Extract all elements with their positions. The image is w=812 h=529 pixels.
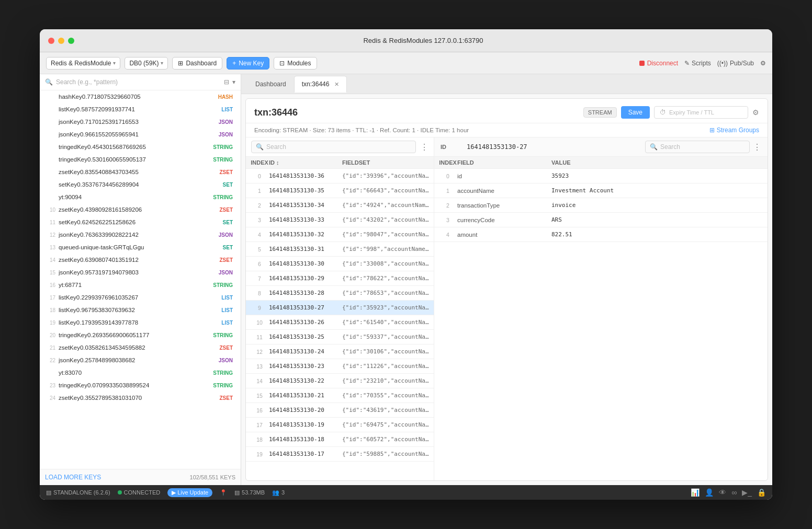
save-button[interactable]: Save bbox=[621, 106, 650, 119]
chart-icon[interactable]: 📊 bbox=[691, 488, 700, 497]
key-type-badge: SET bbox=[220, 181, 235, 188]
load-more-keys-button[interactable]: LOAD MORE KEYS bbox=[45, 474, 101, 481]
user-icon[interactable]: 👤 bbox=[705, 488, 714, 497]
table-row[interactable]: 111641481353130-25{"id":"59337","account… bbox=[246, 330, 434, 344]
list-item[interactable]: 18listKey0.9679538307639632LIST bbox=[40, 304, 241, 316]
key-name: zsetKey0.43980928161589206 bbox=[59, 206, 213, 213]
list-item[interactable]: 16yt:68771STRING bbox=[40, 279, 241, 291]
table-row[interactable]: 141641481353130-22{"id":"23210","account… bbox=[246, 374, 434, 388]
new-key-button[interactable]: + New Key bbox=[227, 57, 269, 70]
list-item[interactable]: 21zsetKey0.035826134534595882ZSET bbox=[40, 341, 241, 354]
table-row[interactable]: 191641481353130-17{"id":"59885","account… bbox=[246, 447, 434, 462]
table-row[interactable]: 01641481353130-36{"id":"39396","accountN… bbox=[246, 169, 434, 183]
table-row[interactable]: 81641481353130-28{"id":"78653","accountN… bbox=[246, 286, 434, 301]
table-row[interactable]: 161641481353130-20{"id":"43619","account… bbox=[246, 403, 434, 418]
tab-dashboard[interactable]: Dashboard bbox=[247, 76, 294, 93]
more-options-icon[interactable]: ⋮ bbox=[753, 142, 761, 152]
table-row[interactable]: 41641481353130-32{"id":"98047","accountN… bbox=[246, 227, 434, 242]
list-item[interactable]: 13queued-unique-task:GRTqLGguSET bbox=[40, 241, 241, 254]
filter-icons[interactable]: ⊟ ▾ bbox=[224, 78, 235, 86]
right-search-input[interactable] bbox=[660, 143, 745, 151]
table-row[interactable]: 101641481353130-26{"id":"61540","account… bbox=[246, 315, 434, 330]
table-row[interactable]: 151641481353130-21{"id":"70355","account… bbox=[246, 388, 434, 403]
cell-index: 6 bbox=[250, 261, 269, 267]
list-item[interactable]: 22jsonKey0.257848998038682JSON bbox=[40, 354, 241, 366]
list-item[interactable]: tringedKey0.4543015687669265STRING bbox=[40, 141, 241, 153]
table-row[interactable]: 51641481353130-31{"id":"998","accountNam… bbox=[246, 242, 434, 257]
id-column-label: ID bbox=[441, 144, 467, 150]
scripts-button[interactable]: ✎ Scripts bbox=[684, 60, 711, 67]
table-row[interactable]: 1accountNameInvestment Account bbox=[434, 183, 768, 198]
key-type-badge: JSON bbox=[216, 269, 235, 276]
list-item[interactable]: 20tringedKey0.26935669006051177STRING bbox=[40, 329, 241, 341]
key-type-badge: JSON bbox=[216, 357, 235, 364]
list-item[interactable]: jsonKey0.9661552055965941JSON bbox=[40, 128, 241, 141]
list-item[interactable]: 10zsetKey0.43980928161589206ZSET bbox=[40, 203, 241, 216]
db-number-selector[interactable]: DB0 (59K) ▾ bbox=[125, 57, 168, 70]
link-icon[interactable]: ∞ bbox=[731, 488, 737, 497]
lock-icon[interactable]: 🔒 bbox=[757, 488, 766, 497]
list-item[interactable]: 12jsonKey0.7636339902822142JSON bbox=[40, 228, 241, 241]
table-row[interactable]: 61641481353130-30{"id":"33008","accountN… bbox=[246, 257, 434, 271]
disconnect-button[interactable]: Disconnect bbox=[639, 60, 678, 67]
tab-txn36446[interactable]: txn:36446 ✕ bbox=[294, 76, 347, 93]
list-item[interactable]: 23tringedKey0.07099335038899524STRING bbox=[40, 379, 241, 392]
list-item[interactable]: setKey0.35376734456289904SET bbox=[40, 178, 241, 191]
table-row[interactable]: 4amount822.51 bbox=[434, 227, 768, 242]
modules-button[interactable]: ⊡ Modules bbox=[274, 57, 317, 70]
table-row[interactable]: 171641481353130-19{"id":"69475","account… bbox=[246, 418, 434, 432]
cell-index: 14 bbox=[250, 378, 269, 384]
table-row[interactable]: 181641481353130-18{"id":"60572","account… bbox=[246, 432, 434, 447]
list-item[interactable]: jsonKey0.7170125391716553JSON bbox=[40, 116, 241, 128]
expiry-input[interactable]: ⏱ Expiry Time / TTL bbox=[654, 106, 748, 119]
cell-value: invoice bbox=[551, 202, 763, 209]
key-name: tringedKey0.26935669006051177 bbox=[59, 332, 207, 338]
list-item[interactable]: 17listKey0.22993976961035267LIST bbox=[40, 291, 241, 304]
left-search-input[interactable] bbox=[266, 143, 411, 151]
key-type-badge: SET bbox=[220, 244, 235, 251]
more-options-icon[interactable]: ⋮ bbox=[420, 142, 428, 152]
table-row[interactable]: 11641481353130-35{"id":"66643","accountN… bbox=[246, 183, 434, 198]
list-item[interactable]: hashKey0.7718075329660705HASH bbox=[40, 90, 241, 103]
sidebar-search-input[interactable] bbox=[56, 78, 221, 86]
maximize-button[interactable] bbox=[68, 38, 74, 44]
table-row[interactable]: 121641481353130-24{"id":"30106","account… bbox=[246, 344, 434, 359]
table-row[interactable]: 71641481353130-29{"id":"78622","accountN… bbox=[246, 271, 434, 286]
table-row[interactable]: 0id35923 bbox=[434, 169, 768, 183]
cell-fieldset: {"id":"61540","accountName":"N bbox=[342, 319, 430, 326]
table-row[interactable]: 31641481353130-33{"id":"43202","accountN… bbox=[246, 213, 434, 227]
list-item[interactable]: 15jsonKey0.9573197194079803JSON bbox=[40, 266, 241, 279]
list-item[interactable]: zsetKey0.8355408843703455ZSET bbox=[40, 166, 241, 178]
list-item[interactable]: yt:90094STRING bbox=[40, 191, 241, 203]
live-update-badge[interactable]: ▶ Live Update bbox=[167, 488, 212, 497]
table-row[interactable]: 131641481353130-23{"id":"11226","account… bbox=[246, 359, 434, 374]
list-item[interactable]: listKey0.5875720991937741LIST bbox=[40, 103, 241, 116]
filter-icon[interactable]: ⊟ bbox=[224, 78, 229, 86]
chevron-down-icon[interactable]: ▾ bbox=[232, 78, 235, 86]
minimize-button[interactable] bbox=[58, 38, 64, 44]
list-item[interactable]: 14zsetKey0.6390807401351912ZSET bbox=[40, 254, 241, 266]
dashboard-button[interactable]: ⊞ Dashboard bbox=[172, 57, 222, 70]
stream-groups-button[interactable]: ⊞ Stream Groups bbox=[709, 126, 759, 134]
list-item[interactable]: tringedKey0.5301600655905137STRING bbox=[40, 153, 241, 166]
eye-icon[interactable]: 👁 bbox=[719, 488, 726, 497]
pubsub-button[interactable]: ((•)) Pub/Sub bbox=[717, 60, 754, 67]
terminal-icon[interactable]: ▶_ bbox=[742, 488, 752, 497]
status-connections: 👥 3 bbox=[272, 489, 285, 496]
cell-index: 1 bbox=[438, 188, 457, 194]
list-item[interactable]: 24zsetKey0.35527895381031070ZSET bbox=[40, 392, 241, 404]
db-connection-selector[interactable]: Redis & RedisModule ▾ bbox=[46, 57, 120, 70]
list-item[interactable]: 11setKey0.6245262251258626SET bbox=[40, 216, 241, 228]
list-item[interactable]: 19listKey0.17939539143977878LIST bbox=[40, 316, 241, 329]
close-button[interactable] bbox=[48, 38, 54, 44]
table-row[interactable]: 21641481353130-34{"id":"4924","accountNa… bbox=[246, 198, 434, 213]
table-row[interactable]: 91641481353130-27{"id":"35923","accountN… bbox=[246, 301, 434, 315]
settings-icon[interactable]: ⚙ bbox=[752, 108, 759, 117]
table-row[interactable]: 2transactionTypeinvoice bbox=[434, 198, 768, 213]
tab-close-icon[interactable]: ✕ bbox=[334, 81, 339, 87]
settings-icon[interactable]: ⚙ bbox=[760, 60, 766, 67]
memory-icon: ▤ bbox=[234, 489, 240, 496]
table-row[interactable]: 3currencyCodeARS bbox=[434, 213, 768, 227]
traffic-lights bbox=[48, 38, 74, 44]
list-item[interactable]: yt:83070STRING bbox=[40, 366, 241, 379]
